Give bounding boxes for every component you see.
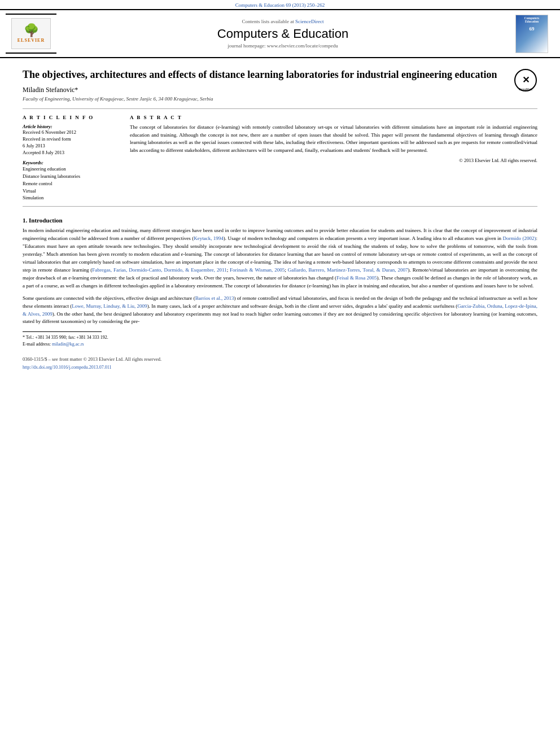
article-info-panel: A R T I C L E I N F O Article history: R… <box>23 115 119 202</box>
history-label: Article history: <box>23 124 119 129</box>
elsevier-box: 🌳 ELSEVIER <box>11 18 51 49</box>
ref-forinash[interactable]: Forinash & Wisman, 2005 <box>230 267 285 273</box>
author-text: Miladin Stefanovic* <box>23 86 78 94</box>
body-divider <box>23 206 537 207</box>
footnote-phone: * Tel.: +381 34 335 990; fax: +381 34 33… <box>23 334 537 341</box>
abstract-text: The concept of laboratories for distance… <box>130 124 537 154</box>
sciencedirect-anchor[interactable]: ScienceDirect <box>295 19 323 24</box>
author-name: Miladin Stefanovic* <box>23 86 537 94</box>
svg-text:✕: ✕ <box>522 75 530 85</box>
email-label: E-mail address: <box>23 342 51 347</box>
journal-header: 🌳 ELSEVIER Contents lists available at S… <box>0 9 560 58</box>
crossmark-container: ✕ CrossMark <box>514 68 537 93</box>
title-area: ✕ CrossMark The objectives, architecture… <box>23 68 537 81</box>
intro-paragraph-1: In modern industrial engineering educati… <box>23 227 537 290</box>
abstract-panel: A B S T R A C T The concept of laborator… <box>130 115 537 202</box>
header-divider <box>23 108 537 109</box>
journal-name: Computers & Education <box>56 27 509 41</box>
keyword-1: Engineering education <box>23 165 119 173</box>
ref-lowe[interactable]: Lowe, Murray, Lindsay, & Liu, 2009 <box>72 303 147 309</box>
author-affiliation: Faculty of Engineering, University of Kr… <box>23 96 537 102</box>
ref-fabregas[interactable]: Fabregas, Farias, Dormido-Canto, Dormido… <box>92 267 226 273</box>
sciencedirect-link[interactable]: Contents lists available at ScienceDirec… <box>56 19 509 24</box>
journal-right: ComputersEducation 69 <box>509 15 554 53</box>
cover-number: 69 <box>530 26 535 32</box>
keyword-4: Virtual <box>23 187 119 195</box>
revised-label: Received in revised form <box>23 136 119 142</box>
revised-date: 6 July 2013 <box>23 143 119 148</box>
elsevier-wordmark: ELSEVIER <box>18 38 45 43</box>
bottom-bar: 0360-1315/$ – see front matter © 2013 El… <box>23 356 537 371</box>
intro-paragraph-2: Some questions are connected with the ob… <box>23 295 537 326</box>
intro-heading: 1. Introduction <box>23 217 537 224</box>
keywords-section: Keywords: Engineering education Distance… <box>23 160 119 202</box>
email-link[interactable]: miladin@kg.ac.rs <box>52 342 84 347</box>
elsevier-logo: 🌳 ELSEVIER <box>6 14 56 54</box>
svg-text:CrossMark: CrossMark <box>519 88 533 91</box>
keywords-label: Keywords: <box>23 160 119 165</box>
ref-keytack[interactable]: Keytack, 1994 <box>194 235 224 241</box>
crossmark-icon: ✕ CrossMark <box>514 68 537 92</box>
footnote-email: E-mail address: miladin@kg.ac.rs <box>23 341 537 348</box>
doi-link[interactable]: http://dx.doi.org/10.1016/j.compedu.2013… <box>23 365 112 370</box>
journal-citation: Computers & Education 69 (2013) 250–262 <box>0 0 560 9</box>
ref-gallardo[interactable]: Gallardo, Barrero, Martinez-Torres, Tora… <box>288 267 408 273</box>
cover-title-text: ComputersEducation <box>524 16 539 24</box>
article-info-abstract: A R T I C L E I N F O Article history: R… <box>23 115 537 202</box>
abstract-heading: A B S T R A C T <box>130 115 537 120</box>
received-date: Received 6 November 2012 <box>23 129 119 135</box>
elsevier-tree-icon: 🌳 <box>24 24 39 37</box>
paper-title: The objectives, architectures and effect… <box>23 68 537 81</box>
journal-cover-image: ComputersEducation 69 <box>515 15 548 53</box>
keyword-3: Remote control <box>23 180 119 187</box>
issn-line: 0360-1315/$ – see front matter © 2013 El… <box>23 356 537 363</box>
contents-label: Contents lists available at <box>242 19 294 24</box>
journal-citation-text: Computers & Education 69 (2013) 250–262 <box>235 2 325 8</box>
article-info-heading: A R T I C L E I N F O <box>23 115 119 120</box>
ref-barrios[interactable]: Barrios et al., 2013 <box>195 295 234 301</box>
keyword-2: Distance learning laboratories <box>23 173 119 180</box>
page-content: ✕ CrossMark The objectives, architecture… <box>0 58 560 382</box>
ref-dormido[interactable]: Dormido (2002) <box>503 235 536 241</box>
copyright-notice: © 2013 Elsevier Ltd. All rights reserved… <box>130 158 537 163</box>
footnote-divider <box>23 331 102 332</box>
journal-homepage: journal homepage: www.elsevier.com/locat… <box>56 43 509 49</box>
doi-line[interactable]: http://dx.doi.org/10.1016/j.compedu.2013… <box>23 364 537 371</box>
accepted-date: Accepted 8 July 2013 <box>23 150 119 155</box>
keyword-5: Simulation <box>23 194 119 202</box>
journal-center: Contents lists available at ScienceDirec… <box>56 19 509 49</box>
ref-feisal[interactable]: Feisal & Rosa 2005 <box>336 275 377 281</box>
main-body: 1. Introduction In modern industrial eng… <box>23 217 537 326</box>
